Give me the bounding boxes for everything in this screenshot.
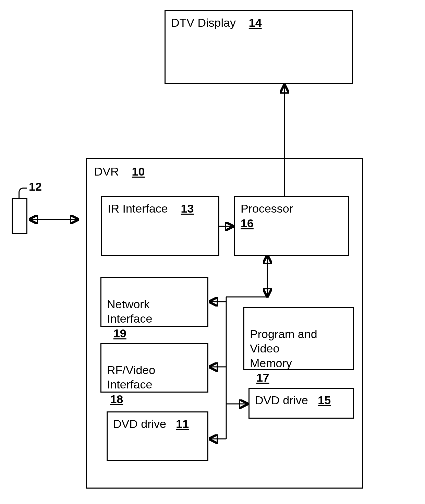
block-ir-interface: IR Interface 13	[101, 196, 219, 256]
block-rfvideo-interface: RF/Video Interface 18	[100, 343, 208, 393]
block-dvd-drive-right: DVD drive 15	[248, 388, 354, 419]
network-interface-ref: 19	[113, 327, 126, 340]
rfvideo-interface-label: RF/Video Interface	[107, 363, 155, 391]
processor-ref: 16	[241, 217, 254, 230]
rfvideo-interface-ref: 18	[110, 393, 123, 406]
block-dvd-drive-left: DVD drive 11	[107, 411, 208, 461]
dvd-drive-right-label: DVD drive	[255, 394, 308, 407]
dtv-display-ref: 14	[249, 16, 262, 29]
remote-control-icon: 12	[10, 180, 34, 235]
block-program-video-memory: Program and Video Memory 17	[243, 307, 354, 370]
ir-interface-label: IR Interface	[108, 202, 168, 215]
dtv-display-label: DTV Display	[171, 16, 236, 29]
program-video-memory-ref: 17	[256, 371, 269, 384]
ir-interface-ref: 13	[181, 202, 194, 215]
dvd-drive-left-ref: 11	[176, 417, 189, 430]
dvr-ref: 10	[132, 165, 145, 178]
program-video-memory-label: Program and Video Memory	[250, 327, 317, 370]
network-interface-label: Network Interface	[107, 298, 152, 325]
block-dtv-display: DTV Display 14	[165, 10, 353, 84]
processor-label: Processor	[241, 202, 293, 215]
dvd-drive-right-ref: 15	[318, 394, 331, 407]
dvr-label: DVR	[94, 165, 119, 178]
remote-ref: 12	[29, 180, 42, 193]
block-processor: Processor 16	[234, 196, 349, 256]
dvd-drive-left-label: DVD drive	[113, 417, 166, 430]
block-network-interface: Network Interface 19	[100, 277, 208, 327]
